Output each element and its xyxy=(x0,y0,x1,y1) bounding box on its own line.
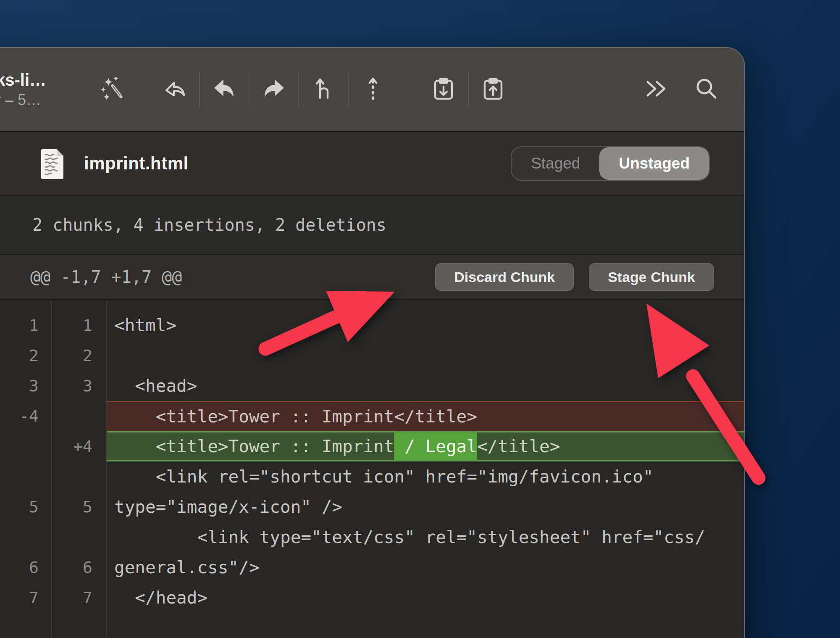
toolbar-separator xyxy=(468,72,469,107)
window-subtitle: r – 5… xyxy=(0,90,76,110)
stash-save-icon xyxy=(430,75,457,104)
tower-window: ks-li… r – 5… xyxy=(0,47,745,638)
file-name: imprint.html xyxy=(84,153,189,174)
chunk-range: @@ -1,7 +1,7 @@ xyxy=(30,267,182,287)
cherry-pick-icon xyxy=(360,75,386,104)
old-line-number: 1 xyxy=(0,310,51,340)
code-text: <link type="text/css" rel="stylesheet" h… xyxy=(106,522,744,552)
new-line-number: 2 xyxy=(51,340,106,371)
toolbar-overflow-button[interactable] xyxy=(643,76,669,103)
stage-chunk-button[interactable]: Stage Chunk xyxy=(589,263,714,291)
diff-line[interactable]: 11<html> xyxy=(0,310,744,340)
code-text: </head> xyxy=(106,583,744,613)
old-line-number xyxy=(0,522,51,552)
desktop: { "window": { "title": "ks-li…", "subtit… xyxy=(0,0,840,638)
diff-line[interactable]: 33 <head> xyxy=(0,371,744,401)
old-line-number: -4 xyxy=(0,401,51,431)
magic-wand-icon xyxy=(100,75,127,104)
undo-button[interactable] xyxy=(211,76,238,103)
diff-summary-text: 2 chunks, 4 insertions, 2 deletions xyxy=(32,215,386,235)
file-header: imprint.html Staged Unstaged xyxy=(0,132,744,196)
new-line-number xyxy=(51,461,106,492)
new-line-number: 6 xyxy=(51,552,106,583)
diff-line[interactable]: 22 xyxy=(0,340,744,371)
old-line-number: 3 xyxy=(0,371,51,401)
stash-apply-button[interactable] xyxy=(480,76,507,103)
merge-up-icon xyxy=(310,75,337,104)
window-title: ks-li… xyxy=(0,69,76,90)
diff-line[interactable]: 55type="image/x-icon" /> xyxy=(0,492,744,522)
magic-wand-button[interactable] xyxy=(100,76,127,103)
window-title-block: ks-li… r – 5… xyxy=(0,69,76,110)
old-line-number: 5 xyxy=(0,492,51,522)
toolbar-separator xyxy=(199,72,200,107)
chunk-header: @@ -1,7 +1,7 @@ Discard Chunk Stage Chun… xyxy=(0,255,744,300)
toolbar-separator xyxy=(249,72,249,107)
toolbar-separator xyxy=(348,72,349,107)
new-line-number xyxy=(51,522,106,552)
code-text xyxy=(106,340,744,371)
redo-icon xyxy=(260,75,287,104)
toolbar: ks-li… r – 5… xyxy=(0,48,744,132)
old-line-number: 6 xyxy=(0,552,51,583)
new-line-number xyxy=(51,401,106,431)
diff-line[interactable]: -4 <title>Tower :: Imprint</title> xyxy=(0,401,744,431)
search-icon xyxy=(693,75,720,104)
stash-apply-icon xyxy=(480,75,507,104)
diff-line[interactable]: <link rel="shortcut icon" href="img/favi… xyxy=(0,461,744,492)
old-line-number xyxy=(0,431,51,461)
overflow-icon xyxy=(643,75,669,104)
gutter-divider xyxy=(51,300,52,638)
chunk-actions: Discard Chunk Stage Chunk xyxy=(435,263,714,291)
old-line-number: 2 xyxy=(0,340,51,371)
word-diff-highlight: / Legal xyxy=(394,431,477,461)
code-text: <title>Tower :: Imprint / Legal</title> xyxy=(106,431,744,461)
diff-summary: 2 chunks, 4 insertions, 2 deletions xyxy=(0,196,744,255)
diff-line[interactable]: 66general.css"/> xyxy=(0,552,744,583)
redo-button[interactable] xyxy=(260,76,287,103)
code-text: type="image/x-icon" /> xyxy=(106,492,744,522)
new-line-number: +4 xyxy=(51,431,106,461)
new-line-number: 7 xyxy=(51,583,106,613)
discard-chunk-button[interactable]: Discard Chunk xyxy=(435,263,574,291)
code-text: <title>Tower :: Imprint</title> xyxy=(106,401,744,431)
tab-unstaged[interactable]: Unstaged xyxy=(599,147,709,180)
staged-unstaged-switch: Staged Unstaged xyxy=(511,146,710,181)
diff-rows: 11<html>2233 <head>-4 <title>Tower :: Im… xyxy=(0,310,744,613)
old-line-number xyxy=(0,461,51,492)
merge-button[interactable] xyxy=(310,76,337,103)
tab-staged[interactable]: Staged xyxy=(512,147,599,180)
old-line-number: 7 xyxy=(0,583,51,613)
toolbar-separator xyxy=(298,72,299,107)
undo-icon xyxy=(211,75,238,104)
code-text: <head> xyxy=(106,371,744,401)
cherry-pick-button[interactable] xyxy=(360,76,386,103)
undo-outline-button[interactable] xyxy=(161,76,188,103)
code-text: <html> xyxy=(106,310,744,340)
diff-view: 11<html>2233 <head>-4 <title>Tower :: Im… xyxy=(0,300,744,638)
search-button[interactable] xyxy=(693,76,720,103)
code-text: <link rel="shortcut icon" href="img/favi… xyxy=(106,461,744,492)
stash-save-button[interactable] xyxy=(430,76,457,103)
new-line-number: 1 xyxy=(51,310,106,340)
new-line-number: 3 xyxy=(51,371,106,401)
gutter-divider xyxy=(106,300,107,638)
diff-line[interactable]: 77 </head> xyxy=(0,583,744,613)
diff-line[interactable]: <link type="text/css" rel="stylesheet" h… xyxy=(0,522,744,552)
document-icon xyxy=(39,148,66,179)
code-text: general.css"/> xyxy=(106,552,744,583)
undo-outline-icon xyxy=(161,75,188,104)
new-line-number: 5 xyxy=(51,492,106,522)
diff-line[interactable]: +4 <title>Tower :: Imprint / Legal</titl… xyxy=(0,431,744,461)
